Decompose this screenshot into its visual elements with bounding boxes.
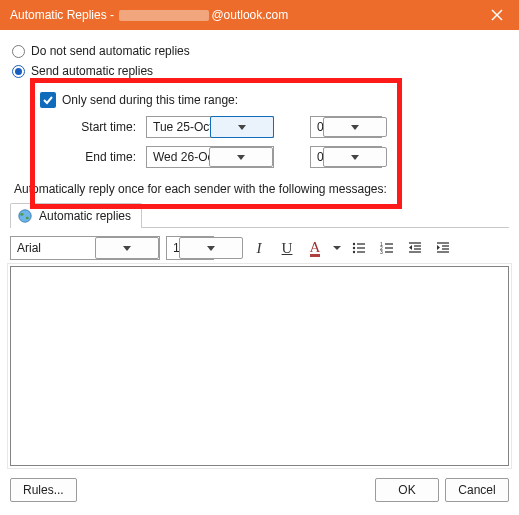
chevron-down-icon — [179, 237, 243, 259]
radio-send[interactable]: Send automatic replies — [12, 64, 509, 78]
close-button[interactable] — [475, 0, 519, 30]
svg-point-2 — [19, 210, 31, 222]
radio-label: Do not send automatic replies — [31, 44, 190, 58]
start-time-dropdown[interactable]: 00:00 — [310, 116, 382, 138]
instruction-text: Automatically reply once for each sender… — [14, 182, 509, 196]
numbered-list-button[interactable]: 1 2 3 — [376, 237, 398, 259]
font-color-button[interactable]: A — [304, 237, 326, 259]
italic-button[interactable]: I — [248, 237, 270, 259]
font-name-dropdown[interactable]: Arial — [10, 236, 160, 260]
radio-label: Send automatic replies — [31, 64, 153, 78]
checkbox-only-send-range[interactable]: Only send during this time range: — [40, 92, 509, 108]
start-date-value: Tue 25-Oct-22 — [147, 120, 210, 134]
end-time-dropdown[interactable]: 00:00 — [310, 146, 382, 168]
titlebar: Automatic Replies - @outlook.com — [0, 0, 519, 30]
globe-icon — [17, 208, 33, 224]
end-date-value: Wed 26-Oct-22 — [147, 150, 209, 164]
cancel-button[interactable]: Cancel — [445, 478, 509, 502]
start-date-dropdown[interactable]: Tue 25-Oct-22 — [146, 116, 274, 138]
svg-point-7 — [353, 251, 355, 253]
radio-do-not-send[interactable]: Do not send automatic replies — [12, 44, 509, 58]
message-editor[interactable] — [10, 266, 509, 466]
start-time-label: Start time: — [64, 120, 138, 134]
chevron-down-icon — [209, 147, 273, 167]
font-size-dropdown[interactable]: 12 — [166, 236, 214, 260]
end-date-dropdown[interactable]: Wed 26-Oct-22 — [146, 146, 274, 168]
radio-icon — [12, 65, 25, 78]
radio-icon — [12, 45, 25, 58]
tab-label: Automatic replies — [39, 209, 131, 223]
increase-indent-button[interactable] — [432, 237, 454, 259]
svg-text:3: 3 — [380, 249, 383, 255]
dialog-footer: Rules... OK Cancel — [0, 472, 519, 512]
time-range-group: Only send during this time range: Start … — [40, 92, 509, 168]
svg-point-3 — [353, 243, 355, 245]
decrease-indent-button[interactable] — [404, 237, 426, 259]
font-color-dropdown[interactable] — [332, 246, 342, 250]
end-time-value: 00:00 — [311, 150, 323, 164]
tab-strip: Automatic replies — [10, 202, 509, 228]
window-title: Automatic Replies - @outlook.com — [10, 8, 288, 22]
font-name-value: Arial — [11, 241, 95, 255]
chevron-down-icon — [210, 116, 274, 138]
end-time-label: End time: — [64, 150, 138, 164]
rules-button[interactable]: Rules... — [10, 478, 77, 502]
chevron-down-icon — [95, 237, 159, 259]
tab-automatic-replies[interactable]: Automatic replies — [10, 203, 142, 228]
chevron-down-icon — [323, 147, 387, 167]
chevron-down-icon — [323, 117, 387, 137]
start-time-value: 00:00 — [311, 120, 323, 134]
svg-point-5 — [353, 247, 355, 249]
underline-button[interactable]: U — [276, 237, 298, 259]
font-size-value: 12 — [167, 241, 179, 255]
checkbox-label: Only send during this time range: — [62, 93, 238, 107]
ok-button[interactable]: OK — [375, 478, 439, 502]
editor-toolbar: Arial 12 B I U A 1 2 3 — [10, 236, 509, 260]
bullet-list-button[interactable] — [348, 237, 370, 259]
dialog-body: Do not send automatic replies Send autom… — [0, 30, 519, 472]
redacted-name — [119, 10, 209, 21]
check-icon — [40, 92, 56, 108]
